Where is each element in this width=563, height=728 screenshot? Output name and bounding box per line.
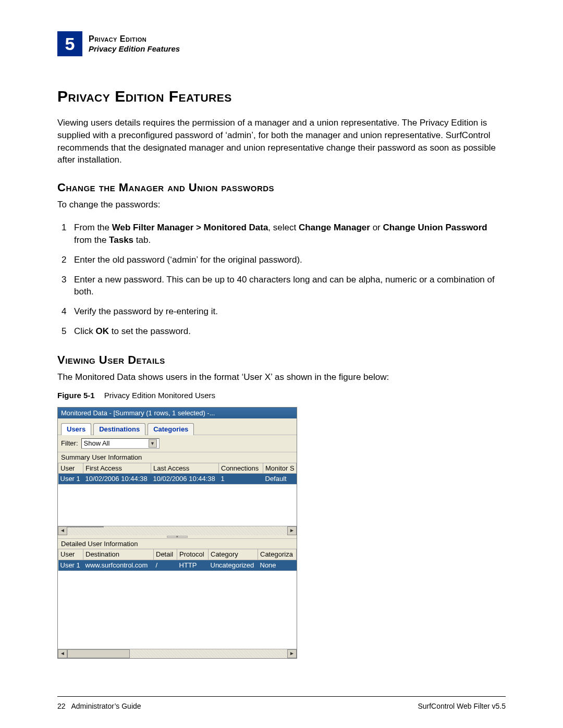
step-number: 4	[62, 305, 74, 318]
step-text: Enter the old password (‘admin’ for the …	[74, 254, 506, 266]
filter-value: Show All	[84, 439, 110, 448]
col-detail[interactable]: Detail	[154, 549, 177, 560]
step-3: 3 Enter a new password. This can be up t…	[62, 270, 506, 299]
step-4: 4 Verify the password by re-entering it.	[62, 302, 506, 318]
col-category[interactable]: Category	[209, 549, 258, 560]
cell-detail: /	[154, 560, 177, 570]
figure-caption: Figure 5-1Privacy Edition Monitored User…	[57, 391, 506, 400]
col-monitor[interactable]: Monitor S	[263, 463, 297, 474]
scroll-right-icon[interactable]: ►	[287, 526, 297, 535]
header-text-block: Privacy Edition Privacy Edition Features	[89, 34, 180, 54]
t: , select	[268, 223, 299, 232]
steps-list: 1 From the Web Filter Manager > Monitore…	[62, 218, 506, 338]
step-text: Click OK to set the password.	[74, 325, 506, 338]
scroll-left-icon[interactable]: ◄	[58, 526, 67, 535]
footer-left: 22 Administrator’s Guide	[57, 702, 141, 710]
scroll-track[interactable]	[67, 526, 287, 535]
cell-protocol: HTTP	[177, 560, 209, 570]
cell-user: User 1	[58, 474, 83, 484]
page-header: 5 Privacy Edition Privacy Edition Featur…	[57, 31, 506, 56]
figure-caption-text: Privacy Edition Monitored Users	[104, 391, 215, 400]
step-number: 5	[62, 325, 74, 338]
chapter-number-badge: 5	[57, 31, 82, 56]
tabs-row: Users Destinations Categories	[58, 418, 297, 435]
tab-destinations[interactable]: Destinations	[93, 423, 145, 435]
detail-empty-area	[58, 571, 297, 649]
page-number: 22	[57, 702, 66, 710]
step-2: 2 Enter the old password (‘admin’ for th…	[62, 251, 506, 266]
cell-connections: 1	[219, 474, 263, 484]
col-user[interactable]: User	[58, 549, 83, 560]
intro-paragraph: Viewing users details requires the permi…	[57, 117, 506, 166]
summary-header-row: User First Access Last Access Connection…	[58, 463, 297, 474]
step-text: Enter a new password. This can be up to …	[74, 274, 506, 299]
header-title: Privacy Edition	[89, 34, 180, 44]
cell-categorization: None	[258, 560, 297, 570]
summary-empty-area	[58, 484, 297, 526]
section-viewing-user-details-heading: Viewing User Details	[57, 353, 506, 367]
detail-row[interactable]: User 1 www.surfcontrol.com / HTTP Uncate…	[58, 560, 297, 570]
t: From the	[74, 223, 112, 232]
step-text: From the Web Filter Manager > Monitored …	[74, 221, 506, 246]
cell-category: Uncategorized	[209, 560, 258, 570]
footer-left-text: Administrator’s Guide	[71, 702, 141, 710]
scroll-thumb[interactable]	[67, 649, 130, 658]
col-user[interactable]: User	[58, 463, 83, 474]
scroll-left-icon[interactable]: ◄	[58, 649, 67, 658]
cell-destination: www.surfcontrol.com	[83, 560, 154, 570]
tab-users[interactable]: Users	[61, 423, 91, 435]
t: Tasks	[109, 235, 133, 245]
filter-select[interactable]: Show All ▼	[81, 438, 160, 449]
tab-categories[interactable]: Categories	[148, 423, 194, 435]
t: from the	[74, 235, 109, 245]
footer-rule	[57, 696, 506, 697]
step-1: 1 From the Web Filter Manager > Monitore…	[62, 218, 506, 246]
col-destination[interactable]: Destination	[83, 549, 154, 560]
window-titlebar: Monitored Data - [Summary (1 rows, 1 sel…	[58, 408, 297, 419]
scroll-right-icon[interactable]: ►	[287, 649, 297, 658]
col-last-access[interactable]: Last Access	[151, 463, 219, 474]
section1-lead: To change the passwords:	[57, 200, 506, 210]
cell-last-access: 10/02/2006 10:44:38	[151, 474, 219, 484]
section2-lead: The Monitored Data shows users in the fo…	[57, 372, 506, 382]
filter-row: Filter: Show All ▼	[58, 435, 297, 452]
footer: 22 Administrator’s Guide SurfControl Web…	[57, 702, 506, 710]
cell-first-access: 10/02/2006 10:44:38	[83, 474, 151, 484]
monitored-data-window: Monitored Data - [Summary (1 rows, 1 sel…	[57, 407, 297, 659]
t: tab.	[133, 235, 151, 245]
detail-panel-label: Detailed User Information	[58, 538, 297, 549]
summary-panel-label: Summary User Information	[58, 452, 297, 463]
step-number: 3	[62, 274, 74, 299]
step-text: Verify the password by re-entering it.	[74, 305, 506, 318]
t: Click	[74, 326, 96, 336]
page-title: Privacy Edition Features	[57, 88, 506, 105]
col-protocol[interactable]: Protocol	[177, 549, 209, 560]
footer-right: SurfControl Web Filter v5.5	[418, 702, 506, 710]
cell-monitor: Default	[263, 474, 297, 484]
header-subtitle: Privacy Edition Features	[89, 44, 180, 54]
summary-table: User First Access Last Access Connection…	[58, 463, 297, 484]
step-5: 5 Click OK to set the password.	[62, 322, 506, 338]
detail-header-row: User Destination Detail Protocol Categor…	[58, 549, 297, 560]
col-first-access[interactable]: First Access	[83, 463, 151, 474]
scroll-thumb[interactable]	[67, 526, 104, 527]
section-change-passwords-heading: Change the Manager and Union passwords	[57, 181, 506, 194]
summary-scrollbar[interactable]: ◄ ►	[58, 526, 297, 535]
t: OK	[96, 326, 109, 336]
cell-user: User 1	[58, 560, 83, 570]
summary-row[interactable]: User 1 10/02/2006 10:44:38 10/02/2006 10…	[58, 474, 297, 484]
detail-scrollbar[interactable]: ◄ ►	[58, 649, 297, 658]
col-categorization[interactable]: Categoriza	[258, 549, 297, 560]
t: Change Union Password	[383, 223, 487, 232]
t: or	[370, 223, 383, 232]
scroll-track[interactable]	[130, 649, 287, 658]
detail-table: User Destination Detail Protocol Categor…	[58, 549, 297, 570]
t: to set the password.	[109, 326, 191, 336]
step-number: 1	[62, 221, 74, 246]
step-number: 2	[62, 254, 74, 266]
filter-label: Filter:	[61, 439, 78, 448]
col-connections[interactable]: Connections	[219, 463, 263, 474]
figure-label: Figure 5-1	[57, 391, 95, 400]
t: Change Manager	[299, 223, 370, 232]
chevron-down-icon[interactable]: ▼	[149, 439, 157, 448]
